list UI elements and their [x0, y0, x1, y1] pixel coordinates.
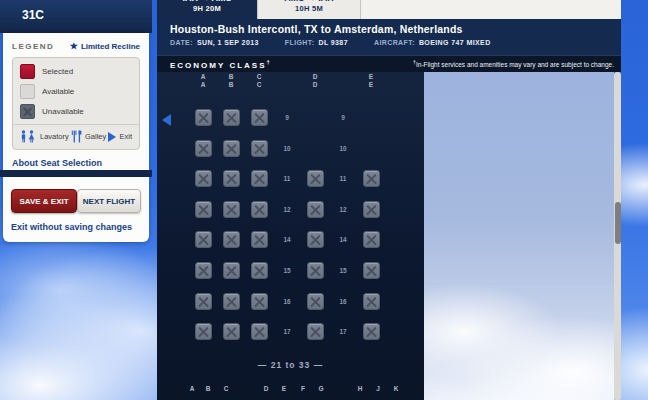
column-letter: C	[253, 81, 265, 88]
unavailable-seat-icon	[20, 104, 35, 119]
column-letter: F	[297, 385, 309, 392]
flight-date: DATE: SUN, 1 SEP 2013	[170, 39, 259, 46]
available-seat-icon	[20, 84, 35, 99]
legend-box: Selected Available Unavailable	[12, 57, 140, 150]
seat-12D-unavailable	[307, 201, 324, 218]
row-number: 12	[333, 206, 353, 213]
route-title: Houston-Bush Intercontl, TX to Amsterdam…	[170, 23, 621, 35]
seat-map-grid: — 21 to 33 — ABCDEABCDE99101011111212141…	[157, 72, 424, 400]
row-number: 9	[333, 114, 353, 121]
seat-16D-unavailable	[307, 293, 324, 310]
column-letter: A	[197, 73, 209, 80]
legend-panel: LEGEND ★Limited Recline Selected Availab…	[3, 33, 149, 170]
star-icon: ★	[70, 41, 78, 51]
seat-14B-unavailable	[223, 231, 240, 248]
seat-16B-unavailable	[223, 293, 240, 310]
selected-seat-label: 31C	[22, 8, 44, 22]
seat-11C-unavailable	[251, 170, 268, 187]
legend-item-lavatory: Lavatory	[20, 130, 69, 143]
legend-item-unavailable: Unavailable	[20, 104, 132, 119]
seat-9A-unavailable	[195, 109, 212, 126]
seat-15B-unavailable	[223, 262, 240, 279]
lavatory-icon	[20, 130, 37, 143]
seat-11B-unavailable	[223, 170, 240, 187]
tab-route-label: IAH → AMS	[157, 0, 257, 3]
row-number: 11	[277, 175, 297, 182]
seat-16C-unavailable	[251, 293, 268, 310]
seat-14A-unavailable	[195, 231, 212, 248]
vertical-scrollbar[interactable]	[614, 72, 621, 400]
seat-14D-unavailable	[307, 231, 324, 248]
galley-icon	[71, 130, 82, 143]
seat-12B-unavailable	[223, 201, 240, 218]
sidebar-divider	[0, 170, 152, 177]
column-letter: G	[315, 385, 327, 392]
save-exit-button[interactable]: SAVE & EXIT	[11, 189, 77, 213]
seat-16A-unavailable	[195, 293, 212, 310]
seat-9B-unavailable	[223, 109, 240, 126]
scrollbar-thumb[interactable]	[615, 202, 621, 244]
column-letter: E	[365, 81, 377, 88]
limited-recline-legend: ★Limited Recline	[70, 41, 140, 51]
legend-item-galley: Galley	[71, 130, 106, 143]
seat-17B-unavailable	[223, 323, 240, 340]
column-letter: J	[372, 385, 384, 392]
seat-12C-unavailable	[251, 201, 268, 218]
cabin-note: †In-Flight services and amenities may va…	[413, 59, 614, 68]
legend-separator	[13, 124, 139, 125]
flight-tab-bar: IAH → AMS 9H 20M AMS → IAH 10H 5M	[157, 0, 621, 19]
tab-route-label: AMS → IAH	[258, 0, 360, 3]
seat-10A-unavailable	[195, 140, 212, 157]
seat-12E-unavailable	[363, 201, 380, 218]
exit-without-saving-link[interactable]: Exit without saving changes	[11, 222, 141, 232]
flight-number: FLIGHT: DL 9387	[285, 39, 348, 46]
aircraft-type: AIRCRAFT: BOEING 747 MIXED	[374, 39, 491, 46]
seat-17C-unavailable	[251, 323, 268, 340]
row-number: 15	[277, 267, 297, 274]
action-panel: SAVE & EXIT NEXT FLIGHT Exit without sav…	[3, 177, 149, 242]
exit-icon	[108, 132, 116, 142]
selected-seat-icon	[20, 64, 35, 79]
seat-9C-unavailable	[251, 109, 268, 126]
seat-15E-unavailable	[363, 262, 380, 279]
seat-11E-unavailable	[363, 170, 380, 187]
column-letter: C	[220, 385, 232, 392]
selected-seat-header: 31C	[0, 0, 152, 33]
seat-15D-unavailable	[307, 262, 324, 279]
next-flight-button[interactable]: NEXT FLIGHT	[77, 189, 141, 213]
seat-17A-unavailable	[195, 323, 212, 340]
seat-12A-unavailable	[195, 201, 212, 218]
seat-17E-unavailable	[363, 323, 380, 340]
row-number: 11	[333, 175, 353, 182]
column-letter: A	[197, 81, 209, 88]
column-letter: E	[365, 73, 377, 80]
column-letter: D	[309, 81, 321, 88]
seat-10B-unavailable	[223, 140, 240, 157]
cabin-class-label: ECONOMY CLASS†	[170, 59, 270, 70]
tab-duration-label: 10H 5M	[258, 4, 360, 13]
tab-return-flight[interactable]: AMS → IAH 10H 5M	[257, 0, 361, 19]
about-seat-selection-link[interactable]: About Seat Selection	[12, 157, 140, 170]
row-number: 16	[333, 298, 353, 305]
tab-duration-label: 9H 20M	[157, 4, 257, 13]
column-letter: D	[309, 73, 321, 80]
legend-item-selected: Selected	[20, 64, 132, 79]
content-background	[424, 72, 614, 400]
column-letter: A	[186, 385, 198, 392]
column-letter: D	[260, 385, 272, 392]
column-letter: B	[225, 81, 237, 88]
row-number: 10	[333, 145, 353, 152]
legend-item-available: Available	[20, 84, 132, 99]
row-number: 14	[333, 236, 353, 243]
column-letter: K	[390, 385, 402, 392]
seat-10C-unavailable	[251, 140, 268, 157]
seat-16E-unavailable	[363, 293, 380, 310]
tab-outbound-flight[interactable]: IAH → AMS 9H 20M	[157, 0, 257, 19]
column-letter: H	[354, 385, 366, 392]
seat-14C-unavailable	[251, 231, 268, 248]
row-number: 16	[277, 298, 297, 305]
column-letter: C	[253, 73, 265, 80]
seat-11A-unavailable	[195, 170, 212, 187]
row-number: 9	[277, 114, 297, 121]
column-letter: E	[278, 385, 290, 392]
